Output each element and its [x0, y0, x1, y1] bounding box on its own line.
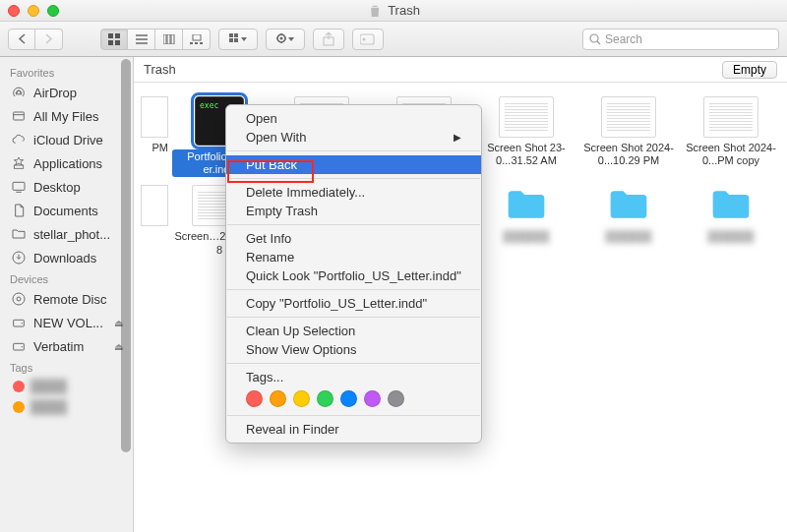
tag-color-button[interactable]	[293, 390, 310, 407]
tags-header: Tags	[0, 358, 133, 376]
svg-rect-1	[115, 33, 120, 38]
file-thumb-doc[interactable]	[703, 96, 758, 138]
airdrop-icon	[10, 84, 28, 101]
sidebar-item-cloud[interactable]: iCloud Drive	[0, 128, 133, 151]
menu-item-label: Open With	[246, 130, 306, 145]
file-thumb-folder[interactable]	[703, 185, 758, 226]
submenu-arrow-icon: ▶	[454, 132, 461, 143]
file-name-label: Screen Shot 2024-0...10.29 PM	[581, 142, 676, 167]
toolbar: Search	[0, 22, 787, 57]
share-button[interactable]	[313, 29, 344, 50]
allfiles-icon	[10, 107, 28, 125]
file-cell[interactable]: Screen Shot 2024-0...10.29 PM	[577, 92, 680, 181]
menu-item-label: Get Info	[246, 231, 291, 246]
svg-point-22	[363, 37, 366, 40]
tag-color-button[interactable]	[270, 390, 286, 407]
search-field[interactable]: Search	[582, 29, 779, 50]
file-thumb-doc[interactable]	[499, 96, 554, 138]
devices-header: Devices	[0, 269, 133, 287]
sidebar-item-documents[interactable]: Documents	[0, 199, 133, 222]
svg-rect-7	[163, 34, 166, 44]
menu-item-label: Reveal in Finder	[246, 422, 339, 437]
tag-color-button[interactable]	[364, 390, 381, 407]
menu-item[interactable]: Copy "Portfolio_US_Letter.indd"	[226, 294, 481, 313]
file-cell-partial[interactable]: PM	[139, 92, 168, 181]
sidebar-item-label: ████	[30, 399, 67, 414]
sidebar-item-label: AirDrop	[33, 86, 77, 100]
menu-item-label: Open	[246, 111, 277, 126]
menu-separator	[227, 317, 480, 318]
file-cell-partial[interactable]	[139, 181, 168, 260]
menu-item[interactable]: Empty Trash	[226, 202, 481, 220]
favorites-header: Favorites	[0, 63, 133, 81]
file-cell[interactable]: Screen Shot 23-0...31.52 AM	[475, 92, 577, 181]
menu-item[interactable]: Reveal in Finder	[226, 420, 481, 439]
drive-icon	[10, 337, 28, 355]
sidebar-item-label: Documents	[33, 204, 98, 218]
menu-item-label: Copy "Portfolio_US_Letter.indd"	[246, 296, 427, 311]
menu-item[interactable]: Clean Up Selection	[226, 322, 481, 340]
back-button[interactable]	[8, 29, 35, 50]
file-cell[interactable]: ██████	[680, 181, 782, 260]
file-cell[interactable]: ██████	[475, 181, 577, 260]
sidebar-device[interactable]: Remote Disc	[0, 287, 133, 311]
menu-item[interactable]: Delete Immediately...	[226, 183, 481, 202]
sidebar-item-allfiles[interactable]: All My Files	[0, 104, 133, 128]
close-window-button[interactable]	[8, 5, 20, 17]
menu-item-label: Show View Options	[246, 342, 357, 357]
sidebar-tag[interactable]: ████	[0, 396, 133, 417]
svg-rect-21	[360, 34, 374, 44]
sidebar-item-folder[interactable]: stellar_phot...	[0, 222, 133, 246]
minimize-window-button[interactable]	[28, 5, 39, 17]
column-view-button[interactable]	[155, 29, 183, 50]
menu-item[interactable]: Rename	[226, 248, 481, 266]
file-thumb-folder[interactable]	[601, 185, 656, 226]
sidebar-item-downloads[interactable]: Downloads	[0, 246, 133, 269]
menu-separator	[227, 363, 480, 364]
svg-rect-16	[229, 38, 233, 42]
sidebar-scrollbar[interactable]	[119, 57, 133, 532]
menu-separator	[227, 178, 480, 179]
file-thumb-folder[interactable]	[499, 185, 554, 226]
sidebar-tag[interactable]: ████	[0, 376, 133, 396]
action-button[interactable]	[266, 29, 305, 50]
traffic-lights	[8, 5, 59, 17]
zoom-window-button[interactable]	[47, 5, 59, 17]
tag-color-button[interactable]	[317, 390, 333, 407]
empty-trash-button[interactable]: Empty	[722, 61, 777, 79]
sidebar-device[interactable]: NEW VOL... ⏏	[0, 311, 133, 334]
list-view-button[interactable]	[128, 29, 155, 50]
menu-item[interactable]: Quick Look "Portfolio_US_Letter.indd"	[226, 266, 481, 285]
icon-view-button[interactable]	[100, 29, 128, 50]
file-thumb-doc[interactable]	[601, 96, 656, 138]
svg-rect-3	[115, 40, 120, 45]
sidebar-device[interactable]: Verbatim ⏏	[0, 334, 133, 358]
menu-item[interactable]: Show View Options	[226, 340, 481, 359]
svg-rect-2	[108, 40, 113, 45]
file-cell[interactable]: ██████	[577, 181, 680, 260]
gallery-view-button[interactable]	[183, 29, 211, 50]
sidebar-item-desktop[interactable]: Desktop	[0, 175, 133, 199]
menu-item[interactable]: Open With▶	[226, 128, 481, 147]
menu-item[interactable]: Open	[226, 109, 481, 128]
file-cell[interactable]: Screen Shot 2024-0...PM copy	[680, 92, 782, 181]
sidebar-item-airdrop[interactable]: AirDrop	[0, 81, 133, 104]
sidebar-item-apps[interactable]: Applications	[0, 151, 133, 175]
cloud-icon	[10, 131, 28, 148]
sidebar-item-label: Applications	[33, 156, 102, 171]
forward-button[interactable]	[35, 29, 63, 50]
sidebar-item-label: NEW VOL...	[33, 316, 103, 330]
sidebar-item-label: ████	[30, 379, 67, 393]
menu-item[interactable]: Put Back	[226, 155, 481, 174]
tag-color-button[interactable]	[340, 390, 357, 407]
edit-tags-button[interactable]	[352, 29, 384, 50]
tag-color-button[interactable]	[246, 390, 263, 407]
menu-item-label: Rename	[246, 250, 294, 265]
svg-rect-14	[229, 33, 233, 37]
tag-color-button[interactable]	[388, 390, 404, 407]
menu-item[interactable]: Get Info	[226, 229, 481, 248]
menu-item[interactable]: Tags...	[226, 368, 481, 386]
sidebar: Favorites AirDrop All My Files iCloud Dr…	[0, 57, 134, 532]
svg-rect-13	[200, 42, 203, 44]
arrange-button[interactable]	[218, 29, 258, 50]
